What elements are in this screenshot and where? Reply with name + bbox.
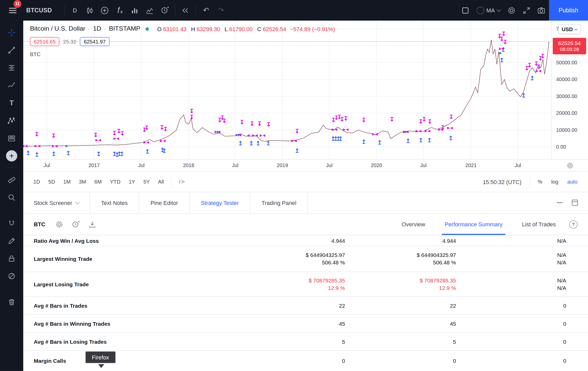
price-axis[interactable]: 70000.0050000.0040000.0030000.0020000.00… (551, 21, 588, 159)
row-value: 0 (456, 357, 566, 364)
toolbar-divider (64, 4, 65, 16)
tab-pine-editor[interactable]: Pine Editor (139, 192, 190, 213)
symbol-search-button[interactable]: BTCUSD (21, 7, 62, 14)
range-button-1m[interactable]: 1M (59, 177, 75, 187)
chart-style-button[interactable] (82, 3, 97, 18)
magnet-mode-button[interactable] (3, 214, 20, 232)
remove-drawings-button[interactable] (3, 293, 20, 310)
strategy-tab-performance-summary[interactable]: Performance Summary (435, 214, 512, 235)
tab-strategy-tester[interactable]: Strategy Tester (190, 192, 250, 213)
add-drawing-button[interactable]: + (3, 147, 20, 164)
range-button-6m[interactable]: 6M (90, 177, 106, 187)
row-label: Margin Calls (34, 358, 221, 364)
time-axis[interactable]: Jul2017Jul2018Jul2019Jul2020Jul2021Jul (23, 159, 588, 171)
price-axis-label: 0.00 (556, 144, 566, 150)
range-button-5y[interactable]: 5Y (139, 177, 154, 187)
bar-replay-button[interactable] (178, 3, 193, 18)
strategy-alert-button[interactable] (72, 220, 80, 228)
row-value: N/AN/A (456, 277, 566, 292)
fullscreen-button[interactable] (519, 3, 534, 18)
series-label[interactable]: BTC (30, 51, 335, 57)
crosshair-tool[interactable] (3, 24, 20, 41)
fib-retracement-tool[interactable] (3, 59, 20, 76)
text-tool[interactable]: T (3, 94, 20, 111)
row-value: 0 (456, 302, 566, 309)
toolbar-divider (196, 4, 196, 16)
toolbar-divider (175, 4, 175, 16)
measure-tool[interactable] (3, 171, 20, 188)
row-value: 5 (221, 338, 345, 345)
chevron-down-icon (75, 200, 79, 204)
row-label: Ratio Avg Win / Avg Loss (34, 238, 221, 244)
lock-drawings-button[interactable] (3, 249, 20, 267)
separator-dot: · (88, 26, 90, 32)
indicators-button[interactable]: ƒx (112, 3, 127, 18)
axis-settings-button[interactable] (566, 162, 574, 169)
gear-icon (566, 162, 574, 169)
chart-settings-button[interactable] (504, 3, 519, 18)
goto-date-button[interactable] (174, 176, 190, 187)
strategy-tab-overview[interactable]: Overview (392, 214, 435, 235)
row-value: $ 70879285.3512.9 % (345, 277, 456, 292)
cloud-save-layout-button[interactable]: MA (473, 6, 504, 14)
maximize-panel-icon[interactable] (571, 199, 579, 207)
range-button-3m[interactable]: 3M (75, 177, 90, 187)
row-value: 4.944 (345, 237, 456, 245)
export-data-button[interactable] (88, 220, 96, 228)
fundamentals-button[interactable] (142, 3, 157, 18)
legend-interval[interactable]: 1D (93, 25, 101, 33)
range-button-1y[interactable]: 1Y (124, 177, 139, 187)
strategy-settings-button[interactable] (55, 220, 63, 228)
text-icon: T (10, 99, 14, 107)
forecast-tool[interactable] (3, 129, 20, 147)
brush-tool[interactable] (3, 76, 20, 94)
timezone-clock[interactable]: 15:50:32 (UTC) (477, 178, 527, 185)
log-scale-button[interactable]: log (547, 179, 563, 185)
tab-text-notes[interactable]: Text Notes (90, 192, 139, 213)
price-axis-label: 50000.00 (556, 60, 577, 65)
compare-button[interactable] (97, 3, 112, 18)
hide-drawings-button[interactable] (3, 267, 20, 285)
range-button-ytd[interactable]: YTD (106, 177, 125, 187)
pattern-tool[interactable] (3, 112, 20, 129)
range-button-all[interactable]: All (154, 177, 168, 187)
indicator-templates-button[interactable] (127, 3, 142, 18)
layout-select-button[interactable] (458, 3, 473, 18)
trend-line-tool[interactable] (3, 41, 20, 59)
drawing-mode-button[interactable] (3, 232, 20, 249)
main-menu-button[interactable]: 11 (4, 3, 21, 18)
legend-exchange[interactable]: BITSTAMP (109, 25, 140, 33)
price-axis-label: 20000.00 (556, 110, 577, 116)
alert-button[interactable] (157, 3, 172, 18)
currency-dropdown[interactable]: USD (558, 24, 580, 34)
range-button-5d[interactable]: 5D (44, 177, 59, 187)
undo-button[interactable]: ↶ (199, 3, 214, 18)
row-value: 45 (345, 320, 456, 327)
auto-scale-button[interactable]: auto (563, 179, 582, 185)
strategy-tab-list-of-trades[interactable]: List of Trades (512, 214, 566, 235)
publish-button[interactable]: Publish (549, 0, 588, 21)
stop-price-tag[interactable]: 62516.65 (30, 37, 59, 46)
strategy-tabs: OverviewPerformance SummaryList of Trade… (392, 214, 566, 235)
redo-button[interactable]: ↷ (214, 3, 229, 18)
undo-icon: ↶ (203, 6, 209, 14)
strategy-symbol: BTC (34, 221, 45, 228)
redo-icon: ↷ (218, 6, 224, 14)
row-value: $ 70879285.3512.9 % (221, 277, 345, 292)
minimize-panel-button[interactable] (557, 202, 562, 203)
tab-stock-screener[interactable]: Stock Screener (23, 192, 90, 213)
zoom-tool[interactable] (3, 188, 20, 206)
interval-button[interactable]: D (67, 3, 82, 18)
drawing-toolbar: T + (0, 21, 23, 371)
symbol-title[interactable]: Bitcoin / U.S. Dollar (30, 25, 85, 33)
snapshot-button[interactable] (534, 3, 549, 18)
tab-trading-panel[interactable]: Trading Panel (250, 192, 308, 213)
range-button-1d[interactable]: 1D (29, 177, 44, 187)
limit-price-tag[interactable]: 62541.97 (80, 37, 110, 46)
percent-scale-button[interactable]: % (533, 179, 547, 185)
time-axis-label: 2019 (277, 163, 288, 168)
help-button[interactable]: ? (569, 220, 577, 228)
price-axis-label: 40000.00 (556, 77, 577, 82)
chart-canvas[interactable]: ↧↧↧↧↧↧↧↧↧↧↧↧↧↧↧↧↧↧↧↧↧↧↧↧↧↧↧↧↧↧↧↧↧↧↧↧↧↧↧↧… (23, 21, 551, 159)
magnifier-icon (7, 193, 16, 201)
